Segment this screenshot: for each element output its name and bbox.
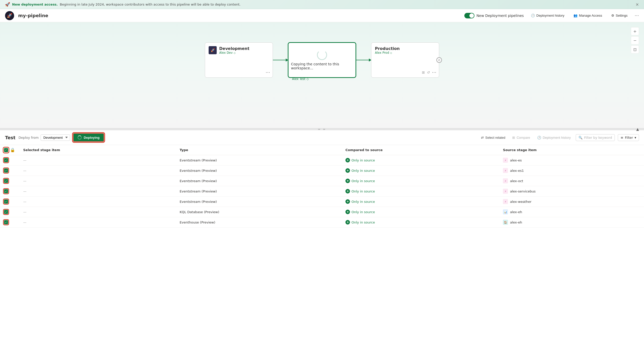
- deployment-history-button[interactable]: 🕐 Deployment history: [529, 13, 566, 18]
- source-icon-4: ⚡: [503, 199, 508, 204]
- select-all-checkbox[interactable]: ✓: [4, 148, 8, 152]
- only-in-source-label-6: Only in source: [351, 220, 375, 224]
- collapse-button[interactable]: ▲: [636, 127, 639, 131]
- settings-button[interactable]: ⚙ Settings: [609, 13, 630, 18]
- source-name-5: alex-eh: [510, 210, 522, 214]
- row-source-4: ⚡ alex-weather: [499, 197, 644, 207]
- banner-icon: 🚀: [5, 2, 10, 7]
- row-selected-item-4: —: [19, 197, 176, 207]
- row-compared-1: + Only in source: [341, 165, 499, 176]
- manage-access-button[interactable]: 👥 Manage Access: [571, 13, 604, 18]
- row-checkbox-2[interactable]: ✓: [4, 179, 8, 183]
- lock-icon: 🔒: [10, 148, 15, 152]
- zoom-out-button[interactable]: −: [631, 36, 639, 44]
- filter-button[interactable]: ≡ Filter ▾: [618, 134, 639, 141]
- row-checkbox-4[interactable]: ✓: [4, 200, 8, 204]
- production-workspace-name: Alex Prod: [375, 51, 389, 54]
- people-icon: 👥: [573, 14, 577, 17]
- row-checkbox-5[interactable]: ✓: [4, 210, 8, 214]
- filter-label: Filter: [625, 136, 633, 139]
- deployment-history-label: Deployment history: [536, 14, 564, 17]
- row-checkbox-0[interactable]: ✓: [4, 158, 8, 162]
- row-checkbox-3[interactable]: ✓: [4, 189, 8, 193]
- deployment-history-panel-label: Deployment history: [543, 136, 571, 139]
- compare-label: Compare: [517, 136, 530, 139]
- new-deployment-toggle[interactable]: [464, 13, 474, 18]
- row-type-2: Eventstream (Preview): [176, 176, 341, 186]
- row-checkbox-6[interactable]: ✓: [4, 220, 8, 224]
- row-checkbox-1[interactable]: ✓: [4, 169, 8, 173]
- row-selected-item-0: —: [19, 155, 176, 165]
- pipeline-stages: 🚀 Development Alex Dev ◇ ⋯: [10, 42, 634, 78]
- test-workspace-diamond: ◇: [306, 77, 309, 81]
- only-in-source-label-3: Only in source: [351, 189, 375, 193]
- table-row: ✓ — Eventstream (Preview) + Only in sour…: [0, 176, 644, 186]
- row-checkbox-cell-2: ✓: [0, 176, 19, 186]
- row-compared-4: + Only in source: [341, 197, 499, 207]
- development-stage-header: 🚀 Development Alex Dev ◇: [205, 43, 273, 54]
- development-stage-icon: 🚀: [209, 46, 217, 54]
- panel-divider[interactable]: = = ▲: [0, 128, 644, 130]
- filter-keyword-input-wrapper: 🔍 Filter by keyword: [576, 134, 615, 141]
- app-logo: 🚀: [5, 11, 14, 20]
- source-icon-6: 🏠: [503, 220, 508, 225]
- th-source-stage-item: Source stage item: [499, 145, 644, 155]
- fit-to-screen-button[interactable]: ⊡: [631, 45, 639, 53]
- th-compared-to-source: Compared to source: [341, 145, 499, 155]
- arrow-line-2: [356, 60, 371, 60]
- compare-icon: ⊞: [512, 136, 515, 139]
- table-row: ✓ — Eventstream (Preview) + Only in sour…: [0, 155, 644, 165]
- source-name-3: alex-servicebus: [510, 189, 536, 193]
- only-in-source-label-1: Only in source: [351, 169, 375, 173]
- pipeline-title: my-pipeline: [18, 13, 48, 18]
- table-header: ✓ 🔒 Selected stage item Type Compared to…: [0, 145, 644, 155]
- clock-icon: 🕐: [531, 14, 535, 17]
- production-more-button[interactable]: ⋯: [432, 70, 436, 75]
- row-source-1: ⚡ alex-es1: [499, 165, 644, 176]
- zoom-in-button[interactable]: +: [631, 27, 639, 35]
- row-type-5: KQL Database (Preview): [176, 207, 341, 217]
- more-options-button[interactable]: ···: [635, 13, 639, 18]
- only-in-source-label-5: Only in source: [351, 210, 375, 214]
- deploying-button[interactable]: Deploying: [73, 133, 104, 142]
- banner-close-button[interactable]: ×: [636, 2, 639, 7]
- table-row: ✓ — Eventstream (Preview) + Only in sour…: [0, 165, 644, 176]
- table-row: ✓ — KQL Database (Preview) + Only in sou…: [0, 207, 644, 217]
- production-history-icon[interactable]: ↺: [427, 70, 430, 74]
- search-icon: 🔍: [578, 136, 583, 139]
- deploy-from-select[interactable]: Development Test Production: [41, 134, 70, 141]
- development-workspace-name: Alex Dev: [219, 51, 233, 54]
- source-name-0: alex-es: [510, 158, 522, 162]
- items-table-container: ✓ 🔒 Selected stage item Type Compared to…: [0, 145, 644, 363]
- source-icon-3: ⚡: [503, 189, 508, 194]
- row-compared-2: + Only in source: [341, 176, 499, 186]
- main-content: + − ⊡ 🚀 Development Alex Dev: [0, 22, 644, 363]
- select-related-button[interactable]: ⇄ Select related: [479, 135, 507, 141]
- deployment-history-panel-button[interactable]: 🕐 Deployment history: [535, 135, 573, 141]
- development-workspace: Alex Dev ◇: [219, 51, 249, 54]
- production-stage-actions: ⊞ ↺ ⋯: [422, 70, 436, 75]
- gear-icon: ⚙: [611, 14, 614, 17]
- development-stage-actions: ⋯: [266, 70, 270, 75]
- filter-chevron-icon: ▾: [634, 136, 636, 139]
- zoom-controls: + − ⊡: [631, 27, 639, 53]
- test-stage-content: Copying the content to this workspace...: [288, 43, 356, 77]
- production-stage-card: Production Alex Prod ◇ ⊞ ↺ ⋯ ⊘: [371, 42, 439, 78]
- development-stage-card: 🚀 Development Alex Dev ◇ ⋯: [205, 42, 273, 78]
- manage-access-label: Manage Access: [579, 14, 602, 17]
- production-compare-icon[interactable]: ⊞: [422, 70, 425, 74]
- select-related-icon: ⇄: [481, 136, 484, 139]
- compare-button[interactable]: ⊞ Compare: [510, 135, 532, 141]
- row-checkbox-cell-1: ✓: [0, 165, 19, 176]
- table-row: ✓ — Eventstream (Preview) + Only in sour…: [0, 197, 644, 207]
- deploy-from-group: Deploy from Development Test Production: [18, 134, 70, 141]
- development-more-button[interactable]: ⋯: [266, 70, 270, 75]
- deployment-access-banner: 🚀 New deployment access. Beginning in la…: [0, 0, 644, 9]
- arrow-test-to-prod: [356, 60, 371, 60]
- banner-title: New deployment access.: [12, 3, 58, 6]
- source-icon-0: ⚡: [503, 158, 508, 163]
- row-type-1: Eventstream (Preview): [176, 165, 341, 176]
- bottom-panel: Test Deploy from Development Test Produc…: [0, 130, 644, 363]
- logo-icon: 🚀: [7, 13, 12, 18]
- row-type-0: Eventstream (Preview): [176, 155, 341, 165]
